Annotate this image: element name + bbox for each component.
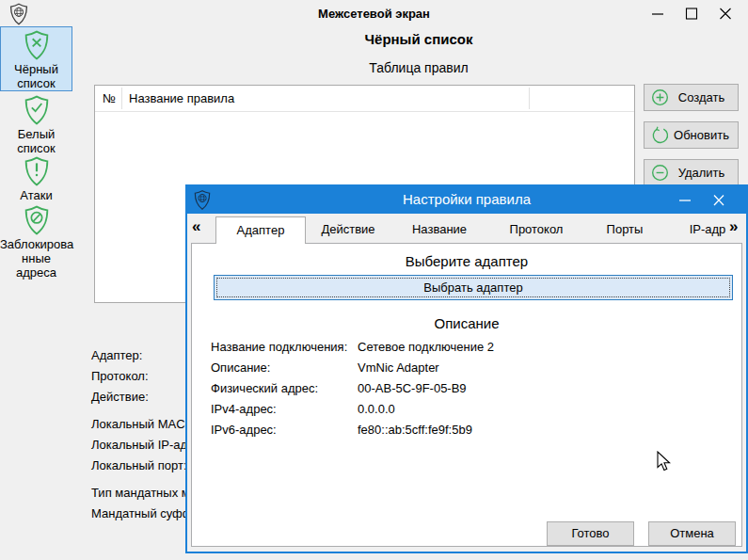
cancel-button[interactable]: Отмена bbox=[648, 521, 736, 546]
field-label: Название подключения: bbox=[211, 340, 358, 354]
shield-blocked-icon bbox=[0, 205, 72, 235]
select-adapter-heading: Выберите адаптер bbox=[192, 253, 741, 269]
tab-ports[interactable]: Порты bbox=[582, 216, 667, 244]
delete-button[interactable]: Удалить bbox=[644, 159, 739, 186]
firewall-app-window: Межсетевой экран Чёрный список Белый bbox=[0, 0, 748, 560]
tab-ip-addresses[interactable]: IP-адр bbox=[687, 216, 728, 244]
rule-settings-dialog: Настройки правила « Адаптер Действие Наз… bbox=[185, 184, 748, 553]
page-title: Чёрный список bbox=[89, 31, 748, 47]
dialog-title: Настройки правила bbox=[187, 191, 746, 207]
tab-name[interactable]: Название bbox=[397, 216, 482, 244]
sidebar-label: Чёрный bbox=[1, 62, 72, 76]
column-separator bbox=[121, 88, 122, 109]
field-row-ipv6: IPv6-адрес:fe80::ab:5cff:fe9f:5b9 bbox=[211, 423, 732, 440]
bg-field-local-port: Локальный порт: bbox=[91, 458, 187, 472]
sidebar-label: Атаки bbox=[0, 188, 72, 202]
maximize-icon[interactable] bbox=[685, 8, 698, 20]
sidebar-item-whitelist[interactable]: Белый список bbox=[0, 92, 72, 154]
bg-field-protocol: Протокол: bbox=[91, 369, 149, 383]
column-header-rule-name: Название правила bbox=[129, 86, 234, 111]
field-value: VmNic Adapter bbox=[358, 360, 439, 375]
sidebar-label: Заблокирова bbox=[0, 237, 72, 251]
shield-x-icon bbox=[1, 30, 72, 60]
field-label: IPv6-адрес: bbox=[211, 423, 358, 437]
sidebar-item-blacklist[interactable]: Чёрный список bbox=[0, 26, 72, 91]
field-label: IPv4-адрес: bbox=[211, 402, 358, 416]
close-icon[interactable] bbox=[719, 8, 732, 20]
dialog-minimize-icon[interactable] bbox=[678, 195, 692, 206]
column-header-number: № bbox=[103, 86, 116, 111]
column-separator bbox=[529, 88, 530, 109]
shield-exclamation-icon bbox=[0, 156, 72, 186]
field-value: fe80::ab:5cff:fe9f:5b9 bbox=[358, 423, 472, 437]
select-adapter-button[interactable]: Выбрать адаптер bbox=[214, 275, 733, 300]
main-titlebar: Межсетевой экран bbox=[0, 0, 748, 26]
create-button-label: Создать bbox=[669, 90, 738, 104]
sidebar-label: нные адреса bbox=[0, 251, 72, 280]
field-value: Сетевое подключение 2 bbox=[358, 340, 494, 354]
minus-circle-icon bbox=[651, 164, 669, 182]
sidebar-label: список bbox=[1, 76, 72, 90]
shield-check-icon bbox=[0, 95, 72, 125]
field-row-physical-address: Физический адрес:00-AB-5C-9F-05-B9 bbox=[211, 381, 732, 398]
field-value: 00-AB-5C-9F-05-B9 bbox=[358, 381, 467, 395]
bg-field-action: Действие: bbox=[91, 390, 149, 404]
bg-field-mandatory-type: Тип мандатных ме bbox=[91, 486, 197, 500]
tab-protocol[interactable]: Протокол bbox=[494, 216, 579, 244]
field-row-connection-name: Название подключения:Сетевое подключение… bbox=[211, 340, 732, 357]
rules-table-header: № Название правила bbox=[95, 86, 634, 112]
dialog-tabbar: « Адаптер Действие Название Протокол Пор… bbox=[187, 214, 746, 244]
tab-scroll-left-icon[interactable]: « bbox=[192, 217, 200, 236]
plus-circle-icon bbox=[651, 88, 669, 106]
field-label: Физический адрес: bbox=[211, 381, 358, 395]
window-title: Межсетевой экран bbox=[0, 7, 748, 21]
refresh-button-label: Обновить bbox=[669, 128, 738, 142]
dialog-titlebar: Настройки правила bbox=[187, 186, 746, 214]
tab-adapter[interactable]: Адаптер bbox=[215, 216, 306, 244]
field-row-ipv4: IPv4-адрес:0.0.0.0 bbox=[211, 402, 732, 419]
mouse-cursor bbox=[657, 451, 671, 474]
adapter-tab-panel: Выберите адаптер Выбрать адаптер Описани… bbox=[191, 243, 742, 547]
minimize-icon[interactable] bbox=[651, 8, 664, 20]
tab-scroll-right-icon[interactable]: » bbox=[729, 217, 738, 236]
description-heading: Описание bbox=[192, 315, 741, 331]
bg-field-adapter: Адаптер: bbox=[91, 348, 142, 362]
sidebar-label: Белый bbox=[0, 127, 72, 141]
done-button[interactable]: Готово bbox=[547, 521, 634, 546]
refresh-button[interactable]: Обновить bbox=[644, 121, 739, 149]
adapter-description-fields: Название подключения:Сетевое подключение… bbox=[211, 340, 732, 443]
dialog-close-icon[interactable] bbox=[712, 195, 725, 206]
tab-action[interactable]: Действие bbox=[306, 216, 390, 244]
sidebar-item-attacks[interactable]: Атаки bbox=[0, 153, 72, 202]
refresh-icon bbox=[651, 126, 669, 144]
field-row-description: Описание:VmNic Adapter bbox=[211, 360, 732, 377]
create-button[interactable]: Создать bbox=[644, 84, 739, 111]
field-label: Описание: bbox=[211, 360, 358, 375]
field-value: 0.0.0.0 bbox=[358, 402, 395, 416]
bg-field-mandatory-suffix: Мандатный суффи bbox=[91, 506, 199, 520]
sidebar-item-blocked-addresses[interactable]: Заблокирова нные адреса bbox=[0, 202, 72, 268]
delete-button-label: Удалить bbox=[669, 166, 738, 180]
table-title: Таблица правил bbox=[89, 60, 748, 75]
